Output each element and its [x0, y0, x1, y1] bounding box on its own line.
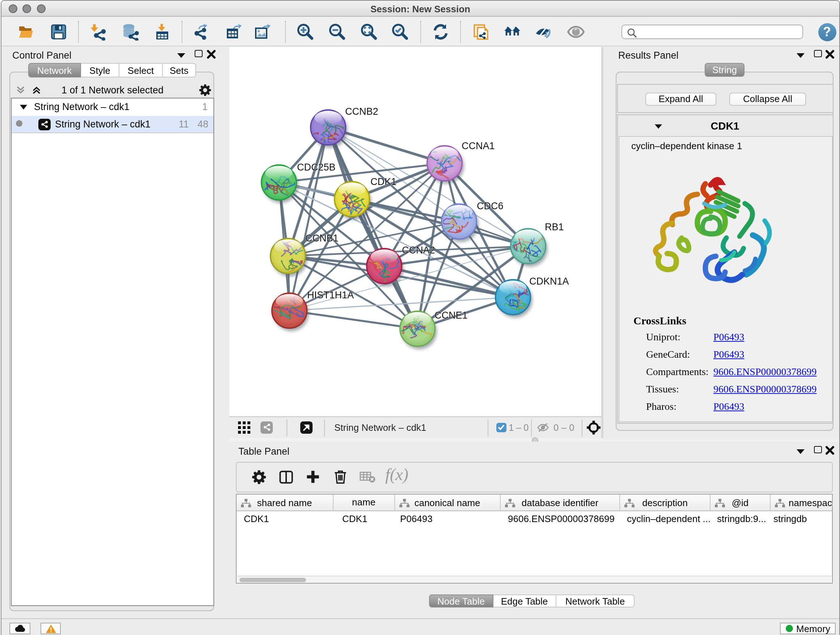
svg-text:CDKN1A: CDKN1A [529, 276, 569, 287]
svg-text:CDC25B: CDC25B [297, 162, 335, 172]
svg-text:RB1: RB1 [545, 221, 564, 232]
svg-text:CCNA2: CCNA2 [401, 244, 435, 255]
svg-text:CCNB1: CCNB1 [305, 233, 338, 243]
svg-text:CCNA1: CCNA1 [461, 140, 494, 151]
svg-text:HIST1H1A: HIST1H1A [307, 289, 354, 300]
svg-text:CCNE1: CCNE1 [434, 310, 467, 320]
svg-text:CCNB2: CCNB2 [345, 106, 378, 117]
svg-text:CDK1: CDK1 [370, 176, 396, 187]
svg-text:CDC6: CDC6 [477, 200, 503, 211]
